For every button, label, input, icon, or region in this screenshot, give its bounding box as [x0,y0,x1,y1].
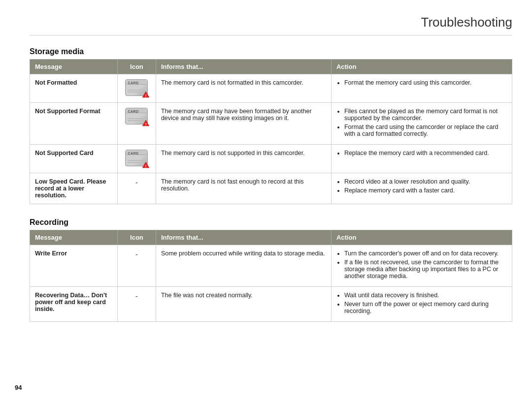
table-row: Write Error - Some problem occurred whil… [30,245,512,287]
storage-col-action: Action [331,60,512,74]
action-cell: Replace the memory card with a recommend… [331,145,512,173]
alert-icon: ! [142,91,150,98]
informs-cell: The memory card may have been formatted … [156,103,331,145]
storage-section-title: Storage media [30,47,512,56]
table-row: Not Formatted CARD [30,74,512,103]
recording-section: Recording Message Icon Informs that... A… [30,218,512,322]
svg-text:!: ! [145,122,147,126]
recording-table: Message Icon Informs that... Action Writ… [30,230,512,322]
message-cell: Write Error [30,245,118,287]
page-number: 94 [15,384,22,391]
recording-section-title: Recording [30,218,512,227]
icon-cell: - [118,287,156,322]
informs-cell: The memory card is not formatted in this… [156,74,331,103]
message-cell: Recovering Data… Don't power off and kee… [30,287,118,322]
card-icon: CARD ! [125,150,148,167]
dash-icon: - [135,292,138,300]
message-cell: Not Supported Card [30,145,118,173]
icon-cell: CARD ! [118,145,156,173]
recording-col-icon: Icon [118,230,156,245]
storage-col-informs: Informs that... [156,60,331,74]
storage-table: Message Icon Informs that... Action Not … [30,59,512,204]
dash-icon: - [135,178,138,187]
alert-icon: ! [142,161,150,168]
table-row: Recovering Data… Don't power off and kee… [30,287,512,322]
card-icon: CARD ! [125,108,148,125]
informs-cell: The memory card is not fast enough to re… [156,173,331,204]
storage-section: Storage media Message Icon Informs that.… [30,47,512,204]
recording-col-action: Action [331,230,512,245]
icon-cell: - [118,173,156,204]
table-row: Low Speed Card. Please record at a lower… [30,173,512,204]
alert-icon: ! [142,120,150,126]
action-cell: Files cannot be played as the memory car… [331,103,512,145]
recording-col-message: Message [30,230,118,245]
icon-cell: - [118,245,156,287]
table-row: Not Supported Card CARD [30,145,512,173]
icon-cell: CARD ! [118,74,156,103]
table-row: Not Supported Format CARD [30,103,512,145]
message-cell: Not Supported Format [30,103,118,145]
icon-cell: CARD ! [118,103,156,145]
message-cell: Low Speed Card. Please record at a lower… [30,173,118,204]
informs-cell: The file was not created normally. [156,287,331,322]
informs-cell: Some problem occurred while writing data… [156,245,331,287]
svg-text:!: ! [145,94,147,98]
storage-col-icon: Icon [118,60,156,74]
storage-col-message: Message [30,60,118,74]
message-cell: Not Formatted [30,74,118,103]
page-title: Troubleshooting [30,15,512,35]
action-cell: Format the memory card using this camcor… [331,74,512,103]
action-cell: Wait until data recovery is finished. Ne… [331,287,512,322]
dash-icon: - [135,250,138,258]
informs-cell: The memory card is not supported in this… [156,145,331,173]
svg-text:!: ! [145,164,147,168]
card-icon: CARD ! [125,79,148,97]
action-cell: Record video at a lower resolution and q… [331,173,512,204]
action-cell: Turn the camcorder's power off and on fo… [331,245,512,287]
recording-col-informs: Informs that... [156,230,331,245]
